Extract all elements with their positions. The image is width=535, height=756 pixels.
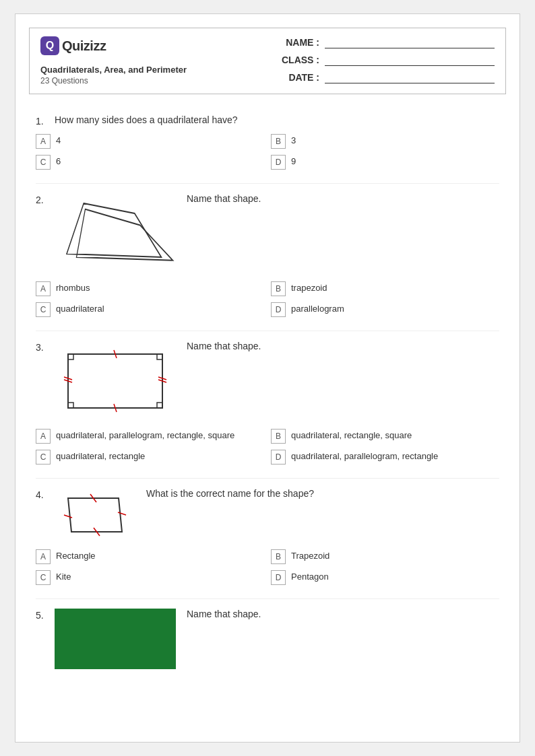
question-5-number: 5. <box>36 609 55 621</box>
question-5-content: Name that shape. <box>55 609 261 669</box>
date-line[interactable] <box>325 71 495 83</box>
question-2-header: 2. Name that shape. <box>36 193 499 274</box>
question-2-number: 2. <box>36 193 55 205</box>
question-4-answers: A Rectangle B Trapezoid C Kite D Pentago… <box>36 549 499 585</box>
option-a-text: 4 <box>56 133 61 145</box>
shape-svg <box>55 193 176 274</box>
quiz-title: Quadrilaterals, Area, and Perimeter <box>40 65 187 75</box>
question-3-content: Name that shape. <box>55 341 261 421</box>
option-a-text: Rectangle <box>56 549 96 561</box>
shape-green-rectangle <box>55 609 176 669</box>
option-d-text: parallelogram <box>291 302 344 314</box>
shape-svg <box>55 488 135 542</box>
name-line[interactable] <box>325 36 495 48</box>
option-c-label: C <box>36 302 51 317</box>
option-c-label: C <box>36 570 51 585</box>
option-a-label: A <box>36 429 51 444</box>
class-line[interactable] <box>325 54 495 66</box>
svg-rect-11 <box>68 403 73 408</box>
option-b-text: 3 <box>291 133 296 145</box>
question-5-text: Name that shape. <box>187 609 261 619</box>
date-field-row: DATE : <box>279 71 495 83</box>
logo-icon-letter: Q <box>46 40 54 52</box>
list-item: C quadrilateral <box>36 302 264 317</box>
option-d-label: D <box>271 302 286 317</box>
option-a-text: quadrilateral, parallelogram, rectangle,… <box>56 428 234 440</box>
question-4-text: What is the correct name for the shape? <box>146 488 314 499</box>
option-b-label: B <box>271 429 286 444</box>
question-2-content: Name that shape. <box>55 193 261 274</box>
question-1-text: How many sides does a quadrilateral have… <box>55 114 499 125</box>
option-d-text: quadrilateral, parallelogram, rectangle <box>291 449 438 461</box>
list-item: A quadrilateral, parallelogram, rectangl… <box>36 428 264 444</box>
list-item: D 9 <box>271 154 499 170</box>
list-item: A 4 <box>36 133 264 149</box>
option-b-label: B <box>271 549 286 564</box>
list-item: D parallelogram <box>271 302 499 317</box>
date-label: DATE : <box>279 72 319 83</box>
option-c-text: quadrilateral, rectangle <box>56 449 145 461</box>
question-3-header: 3. <box>36 341 499 421</box>
svg-rect-9 <box>68 354 73 359</box>
option-c-text: Kite <box>56 570 71 582</box>
list-item: C 6 <box>36 154 264 170</box>
option-c-label: C <box>36 155 51 170</box>
option-d-text: Pentagon <box>291 570 329 582</box>
list-item: B quadrilateral, rectangle, square <box>271 428 499 444</box>
name-label: NAME : <box>279 37 319 48</box>
list-item: A Rectangle <box>36 549 264 564</box>
logo-icon: Q <box>40 36 59 55</box>
svg-rect-12 <box>157 403 162 408</box>
list-item: A rhombus <box>36 281 264 296</box>
question-1-answers: A 4 B 3 C 6 D 9 <box>36 133 499 170</box>
list-item: C quadrilateral, rectangle <box>36 449 264 465</box>
option-d-label: D <box>271 450 286 465</box>
shape-irregular-quadrilateral <box>55 193 176 274</box>
question-3-answers: A quadrilateral, parallelogram, rectangl… <box>36 428 499 465</box>
content: 1. How many sides does a quadrilateral h… <box>15 108 520 696</box>
option-c-text: 6 <box>56 154 61 166</box>
question-4-number: 4. <box>36 488 55 500</box>
svg-marker-13 <box>68 498 122 532</box>
question-2: 2. Name that shape. <box>36 193 499 317</box>
option-a-text: rhombus <box>56 281 90 293</box>
svg-marker-1 <box>67 203 161 257</box>
svg-rect-10 <box>157 354 162 359</box>
question-3: 3. <box>36 341 499 465</box>
header: Q Quizizz Quadrilaterals, Area, and Peri… <box>29 28 506 94</box>
option-a-label: A <box>36 281 51 296</box>
question-1-header: 1. How many sides does a quadrilateral h… <box>36 114 499 127</box>
list-item: B trapezoid <box>271 281 499 296</box>
option-b-text: trapezoid <box>291 281 327 293</box>
question-3-number: 3. <box>36 341 55 353</box>
svg-line-17 <box>118 512 126 515</box>
option-d-label: D <box>271 570 286 585</box>
page: Q Quizizz Quadrilaterals, Area, and Peri… <box>15 13 520 743</box>
question-4-header: 4. <box>36 488 499 542</box>
quiz-questions: 23 Questions <box>40 76 187 85</box>
shape-svg <box>55 341 176 421</box>
list-item: C Kite <box>36 570 264 585</box>
question-5-header: 5. Name that shape. <box>36 609 499 669</box>
option-c-text: quadrilateral <box>56 302 104 314</box>
question-1: 1. How many sides does a quadrilateral h… <box>36 114 499 170</box>
shape-parallelogram <box>55 488 135 542</box>
question-4-content: What is the correct name for the shape? <box>55 488 314 542</box>
option-b-text: Trapezoid <box>291 549 329 561</box>
option-a-label: A <box>36 134 51 149</box>
option-c-label: C <box>36 450 51 465</box>
header-right: NAME : CLASS : DATE : <box>279 36 495 83</box>
class-field-row: CLASS : <box>279 54 495 66</box>
question-2-text: Name that shape. <box>187 193 261 204</box>
logo-text: Quizizz <box>62 38 106 54</box>
list-item: D Pentagon <box>271 570 499 585</box>
option-d-label: D <box>271 155 286 170</box>
logo: Q Quizizz <box>40 36 187 55</box>
svg-rect-2 <box>68 354 162 408</box>
list-item: B Trapezoid <box>271 549 499 564</box>
name-field-row: NAME : <box>279 36 495 48</box>
option-b-text: quadrilateral, rectangle, square <box>291 428 412 440</box>
question-5: 5. Name that shape. <box>36 609 499 669</box>
list-item: D quadrilateral, parallelogram, rectangl… <box>271 449 499 465</box>
question-1-number: 1. <box>36 114 55 127</box>
